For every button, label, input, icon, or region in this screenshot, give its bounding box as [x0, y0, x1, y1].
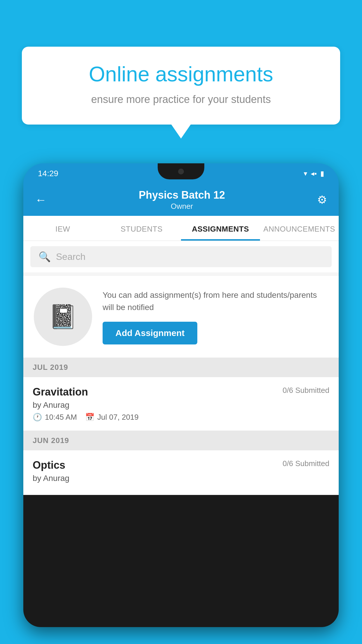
signal-icon: ◂▪ — [311, 169, 317, 178]
battery-icon: ▮ — [320, 169, 324, 178]
section-jun-label: JUN 2019 — [33, 436, 69, 445]
speech-bubble-container: Online assignments ensure more practice … — [22, 47, 340, 125]
status-icons: ▾ ◂▪ ▮ — [304, 169, 324, 178]
meta-date: 📅 Jul 07, 2019 — [85, 413, 139, 422]
assignment-optics-header: Optics 0/6 Submitted — [33, 459, 329, 471]
status-bar: 14:29 ▾ ◂▪ ▮ — [23, 163, 339, 184]
optics-author: by Anurag — [33, 474, 329, 483]
add-assignment-button[interactable]: Add Assignment — [103, 322, 197, 344]
settings-icon[interactable]: ⚙ — [317, 193, 327, 206]
assignment-submitted: 0/6 Submitted — [283, 386, 329, 395]
section-jul-2019: JUL 2019 — [23, 358, 339, 377]
promo-card: 📓 You can add assignment(s) from here an… — [23, 276, 339, 358]
camera — [178, 169, 184, 174]
notebook-icon: 📓 — [48, 303, 78, 330]
assignment-header: Gravitation 0/6 Submitted — [33, 386, 329, 398]
promo-description: You can add assignment(s) from here and … — [103, 289, 328, 314]
meta-time: 🕐 10:45 AM — [33, 413, 77, 422]
search-bar[interactable]: 🔍 Search — [30, 246, 332, 267]
screen-content: 🔍 Search 📓 You can add assignment(s) fro… — [23, 241, 339, 495]
calendar-icon: 📅 — [85, 413, 94, 422]
assignment-gravitation[interactable]: Gravitation 0/6 Submitted by Anurag 🕐 10… — [23, 377, 339, 431]
header-title-area: Physics Batch 12 Owner — [47, 189, 317, 211]
tab-assignments[interactable]: ASSIGNMENTS — [181, 216, 260, 241]
assignment-time: 10:45 AM — [45, 413, 77, 422]
assignment-optics[interactable]: Optics 0/6 Submitted by Anurag — [23, 450, 339, 495]
promo-text-area: You can add assignment(s) from here and … — [103, 289, 328, 344]
assignment-title: Gravitation — [33, 386, 88, 398]
optics-title: Optics — [33, 459, 65, 471]
section-jun-2019: JUN 2019 — [23, 431, 339, 450]
assignment-author: by Anurag — [33, 400, 329, 410]
optics-submitted: 0/6 Submitted — [283, 459, 329, 468]
search-input[interactable]: Search — [56, 251, 85, 262]
assignment-meta: 🕐 10:45 AM 📅 Jul 07, 2019 — [33, 413, 329, 422]
tab-students[interactable]: STUDENTS — [102, 216, 181, 241]
clock-icon: 🕐 — [33, 413, 42, 422]
header-title: Physics Batch 12 — [47, 189, 317, 201]
speech-bubble-title: Online assignments — [42, 63, 320, 86]
promo-icon-circle: 📓 — [34, 288, 92, 346]
speech-bubble-subtitle: ensure more practice for your students — [42, 92, 320, 107]
tab-announcements[interactable]: ANNOUNCEMENTS — [260, 216, 339, 241]
search-icon: 🔍 — [38, 251, 51, 262]
status-time: 14:29 — [38, 169, 58, 178]
tab-bar: IEW STUDENTS ASSIGNMENTS ANNOUNCEMENTS — [23, 216, 339, 241]
header-subtitle: Owner — [47, 202, 317, 211]
tab-iew[interactable]: IEW — [23, 216, 102, 241]
search-container: 🔍 Search — [23, 241, 339, 272]
phone-frame: 14:29 ▾ ◂▪ ▮ ← Physics Batch 12 Owner ⚙ … — [23, 163, 339, 627]
assignment-date: Jul 07, 2019 — [97, 413, 139, 422]
wifi-icon: ▾ — [304, 169, 307, 178]
section-jul-label: JUL 2019 — [33, 363, 68, 372]
speech-bubble: Online assignments ensure more practice … — [22, 47, 340, 125]
phone-container: 14:29 ▾ ◂▪ ▮ ← Physics Batch 12 Owner ⚙ … — [23, 163, 339, 644]
back-button[interactable]: ← — [35, 193, 47, 206]
app-header: ← Physics Batch 12 Owner ⚙ — [23, 184, 339, 216]
notch — [158, 163, 204, 179]
